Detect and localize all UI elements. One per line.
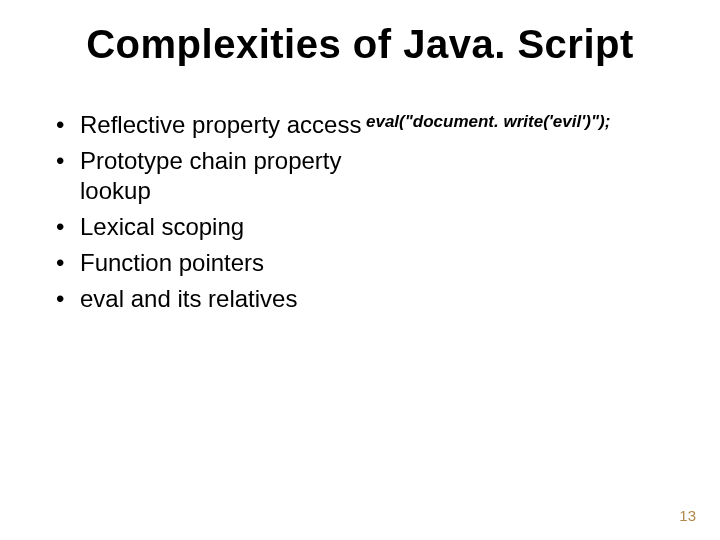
code-column: eval("document. write('evil')"); bbox=[366, 110, 676, 320]
bullet-list: Reflective property access Prototype cha… bbox=[56, 110, 366, 314]
bullet-item: Function pointers bbox=[56, 248, 366, 278]
bullet-item: Reflective property access bbox=[56, 110, 366, 140]
bullet-column: Reflective property access Prototype cha… bbox=[56, 110, 366, 320]
slide: Complexities of Java. Script Reflective … bbox=[0, 0, 720, 540]
bullet-item: Prototype chain property lookup bbox=[56, 146, 366, 206]
slide-body: Reflective property access Prototype cha… bbox=[56, 110, 676, 320]
bullet-item: Lexical scoping bbox=[56, 212, 366, 242]
slide-title: Complexities of Java. Script bbox=[0, 22, 720, 67]
page-number: 13 bbox=[679, 507, 696, 524]
code-sample: eval("document. write('evil')"); bbox=[366, 112, 676, 132]
bullet-item: eval and its relatives bbox=[56, 284, 366, 314]
